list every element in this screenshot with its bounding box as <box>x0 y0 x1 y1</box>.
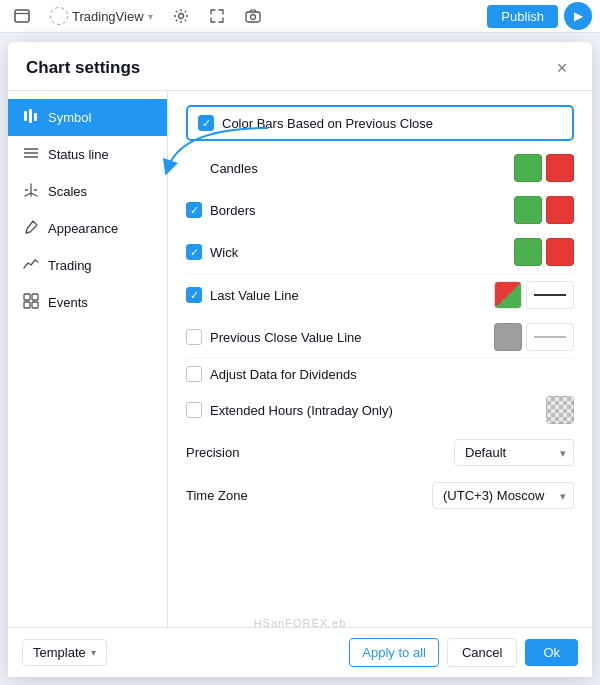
sidebar-label-symbol: Symbol <box>48 110 91 125</box>
sidebar-item-events[interactable]: Events <box>8 284 167 321</box>
borders-color-pair <box>514 196 574 224</box>
sidebar-item-trading[interactable]: Trading <box>8 247 167 284</box>
color-bars-checkbox[interactable]: ✓ <box>198 115 214 131</box>
status-line-icon <box>22 145 40 164</box>
wick-row: ✓ Wick <box>186 231 574 273</box>
scales-icon <box>22 182 40 201</box>
candles-color-pair <box>514 154 574 182</box>
last-value-checkbox[interactable]: ✓ <box>186 287 202 303</box>
sidebar-label-appearance: Appearance <box>48 221 118 236</box>
sidebar-label-status-line: Status line <box>48 147 109 162</box>
adjust-dividends-label: Adjust Data for Dividends <box>210 367 574 382</box>
symbol-icon <box>22 108 40 127</box>
template-button[interactable]: Template ▾ <box>22 639 107 666</box>
settings-icon-btn[interactable] <box>167 2 195 30</box>
borders-checkbox[interactable]: ✓ <box>186 202 202 218</box>
adjust-dividends-checkbox[interactable] <box>186 366 202 382</box>
close-button[interactable]: × <box>550 56 574 80</box>
timezone-row: Time Zone (UTC+3) Moscow ▾ <box>186 474 574 517</box>
sidebar-item-scales[interactable]: Scales <box>8 173 167 210</box>
dialog-body: Symbol Status line Scales Appearance <box>8 91 592 627</box>
extended-hours-row: Extended Hours (Intraday Only) <box>186 389 574 431</box>
borders-bear-color[interactable] <box>546 196 574 224</box>
borders-row: ✓ Borders <box>186 189 574 231</box>
svg-point-2 <box>51 8 68 25</box>
svg-rect-4 <box>246 12 260 22</box>
precision-row: Precision Default 0 1 2 3 4 ▾ <box>186 431 574 474</box>
adjust-dividends-row: Adjust Data for Dividends <box>186 358 574 389</box>
precision-select[interactable]: Default 0 1 2 3 4 <box>454 439 574 466</box>
template-label: Template <box>33 645 86 660</box>
timezone-select[interactable]: (UTC+3) Moscow <box>432 482 574 509</box>
play-button[interactable]: ▶ <box>564 2 592 30</box>
svg-point-5 <box>250 15 255 20</box>
tradingview-label: TradingView <box>72 9 144 24</box>
borders-bull-color[interactable] <box>514 196 542 224</box>
precision-select-wrapper: Default 0 1 2 3 4 ▾ <box>454 439 574 466</box>
wick-checkbox[interactable]: ✓ <box>186 244 202 260</box>
dialog-title: Chart settings <box>26 58 140 78</box>
fullscreen-icon-btn[interactable] <box>203 2 231 30</box>
candles-bear-color[interactable] <box>546 154 574 182</box>
window-icon-btn[interactable] <box>8 2 36 30</box>
candles-bull-color[interactable] <box>514 154 542 182</box>
events-icon <box>22 293 40 312</box>
sidebar: Symbol Status line Scales Appearance <box>8 91 168 627</box>
apply-to-all-button[interactable]: Apply to all <box>349 638 439 667</box>
svg-rect-12 <box>24 294 30 300</box>
sidebar-label-trading: Trading <box>48 258 92 273</box>
timezone-label: Time Zone <box>186 488 432 503</box>
svg-rect-6 <box>24 111 27 121</box>
wick-label: Wick <box>210 245 506 260</box>
ok-button[interactable]: Ok <box>525 639 578 666</box>
sidebar-label-scales: Scales <box>48 184 87 199</box>
precision-label: Precision <box>186 445 454 460</box>
prev-close-row: Previous Close Value Line <box>186 316 574 358</box>
prev-close-color[interactable] <box>494 323 522 351</box>
extended-hours-checkbox[interactable] <box>186 402 202 418</box>
svg-rect-0 <box>15 10 29 22</box>
tradingview-badge[interactable]: TradingView ▾ <box>44 5 159 27</box>
top-bar: TradingView ▾ Publish ▶ <box>0 0 600 33</box>
prev-close-checkbox[interactable] <box>186 329 202 345</box>
svg-rect-7 <box>29 109 32 123</box>
sidebar-item-symbol[interactable]: Symbol <box>8 99 167 136</box>
prev-close-line-style[interactable] <box>526 323 574 351</box>
last-value-label: Last Value Line <box>210 288 486 303</box>
cancel-button[interactable]: Cancel <box>447 638 517 667</box>
trading-icon <box>22 256 40 275</box>
svg-point-3 <box>178 14 183 19</box>
prev-close-label: Previous Close Value Line <box>210 330 486 345</box>
sidebar-item-appearance[interactable]: Appearance <box>8 210 167 247</box>
svg-rect-13 <box>32 294 38 300</box>
sidebar-label-events: Events <box>48 295 88 310</box>
main-content: ✓ Color Bars Based on Previous Close Can… <box>168 91 592 627</box>
chart-settings-dialog: Chart settings × Symbol Status line <box>8 42 592 677</box>
extended-hours-swatch[interactable] <box>546 396 574 424</box>
svg-rect-15 <box>32 302 38 308</box>
tradingview-chevron: ▾ <box>148 11 153 22</box>
last-value-color[interactable] <box>494 281 522 309</box>
color-bars-row[interactable]: ✓ Color Bars Based on Previous Close <box>186 105 574 141</box>
extended-hours-label: Extended Hours (Intraday Only) <box>210 403 538 418</box>
camera-icon-btn[interactable] <box>239 2 267 30</box>
color-bars-label: Color Bars Based on Previous Close <box>222 116 562 131</box>
timezone-select-wrapper: (UTC+3) Moscow ▾ <box>432 482 574 509</box>
last-value-line-row: ✓ Last Value Line <box>186 273 574 316</box>
wick-bull-color[interactable] <box>514 238 542 266</box>
footer-right: Apply to all Cancel Ok <box>349 638 578 667</box>
borders-label: Borders <box>210 203 506 218</box>
candles-row: Candles <box>186 147 574 189</box>
wick-color-pair <box>514 238 574 266</box>
template-chevron: ▾ <box>91 647 96 658</box>
top-bar-left: TradingView ▾ <box>8 2 481 30</box>
appearance-icon <box>22 219 40 238</box>
publish-button[interactable]: Publish <box>487 5 558 28</box>
svg-rect-14 <box>24 302 30 308</box>
candles-label: Candles <box>186 161 514 176</box>
sidebar-item-status-line[interactable]: Status line <box>8 136 167 173</box>
last-value-line-style[interactable] <box>526 281 574 309</box>
dialog-footer: Template ▾ Apply to all Cancel Ok <box>8 627 592 677</box>
wick-bear-color[interactable] <box>546 238 574 266</box>
dialog-header: Chart settings × <box>8 42 592 91</box>
